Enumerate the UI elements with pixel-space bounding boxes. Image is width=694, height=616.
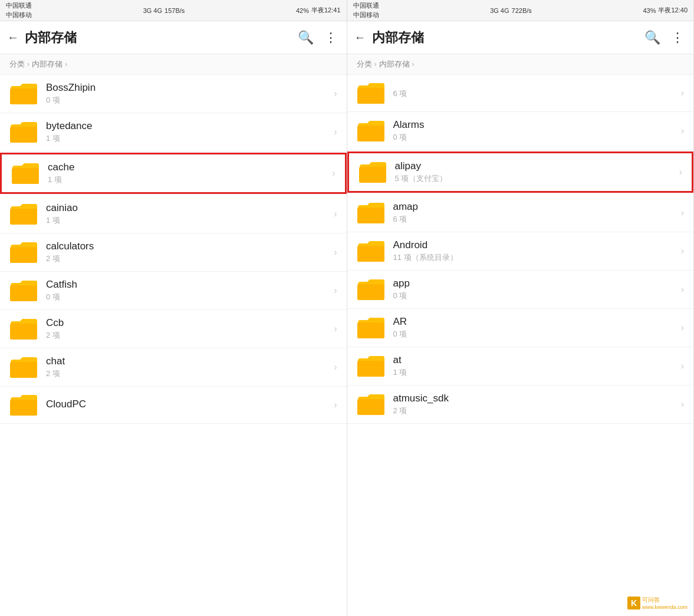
left-folder-name-cache: cache xyxy=(48,162,330,173)
left-folder-icon-bytedance xyxy=(9,121,38,143)
left-breadcrumb-cat[interactable]: 分类 xyxy=(9,59,25,70)
left-folder-bosszhipin[interactable]: BossZhipin 0 项 › xyxy=(0,75,347,113)
right-chevron-ar: › xyxy=(681,322,684,333)
right-folder-alarms[interactable]: Alarms 0 项 › xyxy=(347,112,694,150)
left-carrier-info: 中国联通 中国移动 xyxy=(6,1,32,19)
right-folder-android[interactable]: Android 11 项（系统目录） › xyxy=(347,232,694,271)
right-breadcrumb-storage[interactable]: 内部存储 xyxy=(379,59,410,70)
right-folder-app[interactable]: app 0 项 › xyxy=(347,271,694,309)
right-breadcrumb-cat[interactable]: 分类 xyxy=(357,59,372,70)
left-folder-meta-calculators: 2 项 xyxy=(46,253,331,264)
right-folder-info-android: Android 11 项（系统目录） xyxy=(393,239,679,263)
left-status-center: 3G 4G 157B/s xyxy=(143,7,185,14)
left-folder-name-chat: chat xyxy=(46,355,331,367)
right-folder-amap[interactable]: amap 6 项 › xyxy=(347,194,694,232)
right-breadcrumb: 分类 › 内部存储 › xyxy=(347,54,694,75)
right-folder-icon-alipay xyxy=(358,161,387,183)
left-folder-name-bytedance: bytedance xyxy=(46,120,331,132)
right-time: 半夜12:40 xyxy=(658,6,688,15)
right-folder-name-alarms: Alarms xyxy=(393,119,679,131)
right-folder-name-at: at xyxy=(393,354,679,366)
left-folder-name-cloudpc: CloudPC xyxy=(46,398,331,410)
left-chevron-cloudpc: › xyxy=(334,400,337,410)
left-chevron-catfish: › xyxy=(334,285,337,296)
right-chevron-amap: › xyxy=(681,207,684,218)
watermark-text: 可问答 www.kewenda.com xyxy=(642,596,688,610)
left-folder-cache[interactable]: cache 1 项 › xyxy=(0,153,347,194)
right-folder-icon-app xyxy=(357,278,385,301)
right-folder-icon-ar xyxy=(357,317,385,339)
left-folder-cainiao[interactable]: cainiao 1 项 › xyxy=(0,195,347,233)
left-folder-name-cainiao: cainiao xyxy=(46,202,331,214)
right-folder-alipay[interactable]: alipay 5 项（支付宝） › xyxy=(347,151,694,193)
left-time: 半夜12:41 xyxy=(311,6,341,15)
right-folder-ar[interactable]: AR 0 项 › xyxy=(347,309,694,347)
left-folder-icon-cache xyxy=(11,162,40,185)
left-search-icon[interactable]: 🔍 xyxy=(295,28,316,48)
right-folder-atmusic-sdk[interactable]: atmusic_sdk 2 项 › xyxy=(347,386,694,424)
left-folder-info-cainiao: cainiao 1 项 xyxy=(46,202,331,226)
right-folder-name-atmusic-sdk: atmusic_sdk xyxy=(393,393,679,404)
right-folder-info-ar: AR 0 项 xyxy=(393,316,679,340)
left-breadcrumb-storage[interactable]: 内部存储 xyxy=(32,59,63,70)
left-file-list: BossZhipin 0 项 › bytedance 1 项 › cache 1… xyxy=(0,75,347,616)
left-folder-info-catfish: Catfish 0 项 xyxy=(46,279,331,302)
left-more-icon[interactable]: ⋮ xyxy=(322,28,340,48)
right-folder-at[interactable]: at 1 项 › xyxy=(347,347,694,386)
right-folder-info-amap: amap 6 项 xyxy=(393,201,679,225)
left-folder-info-cloudpc: CloudPC xyxy=(46,398,331,411)
left-folder-catfish[interactable]: Catfish 0 项 › xyxy=(0,272,347,310)
watermark: K 可问答 www.kewenda.com xyxy=(627,596,688,610)
left-folder-icon-calculators xyxy=(9,241,38,263)
right-file-list: 6 项 › Alarms 0 项 › alipay 5 项（支付宝） › xyxy=(347,75,694,616)
right-search-icon[interactable]: 🔍 xyxy=(642,28,663,48)
left-chevron-chat: › xyxy=(334,362,337,373)
right-folder-meta-android: 11 项（系统目录） xyxy=(393,252,679,263)
left-folder-icon-cloudpc xyxy=(9,394,38,416)
right-folder-meta-atmusic-sdk: 2 项 xyxy=(393,406,679,416)
left-folder-name-bosszhipin: BossZhipin xyxy=(46,82,331,94)
left-folder-chat[interactable]: chat 2 项 › xyxy=(0,348,347,387)
right-folder-info-app: app 0 项 xyxy=(393,278,679,301)
right-folder-icon-unnamed xyxy=(357,82,385,104)
right-carrier1: 中国联通 xyxy=(353,1,379,10)
left-page-title: 内部存储 xyxy=(25,29,290,47)
right-folder-meta-ar: 0 项 xyxy=(393,329,679,340)
right-folder-name-alipay: alipay xyxy=(395,160,677,172)
right-folder-icon-alarms xyxy=(357,120,385,142)
left-folder-icon-chat xyxy=(9,356,38,378)
right-chevron-at: › xyxy=(681,361,684,371)
right-folder-icon-at xyxy=(357,355,385,377)
left-folder-info-bosszhipin: BossZhipin 0 项 xyxy=(46,82,331,106)
right-chevron-alipay: › xyxy=(679,167,682,177)
right-chevron-android: › xyxy=(681,246,684,256)
right-app-bar: ← 内部存储 🔍 ⋮ xyxy=(347,21,694,54)
left-folder-cloudpc[interactable]: CloudPC › xyxy=(0,387,347,424)
left-folder-name-ccb: Ccb xyxy=(46,317,331,329)
right-folder-meta-unnamed: 6 项 xyxy=(393,88,679,99)
right-folder-info-atmusic-sdk: atmusic_sdk 2 项 xyxy=(393,393,679,416)
left-chevron-cache: › xyxy=(332,168,335,179)
right-folder-meta-app: 0 项 xyxy=(393,291,679,301)
right-folder-unnamed[interactable]: 6 项 › xyxy=(347,75,694,112)
right-folder-info-unnamed: 6 项 xyxy=(393,87,679,99)
left-chevron-bytedance: › xyxy=(334,127,337,137)
left-back-button[interactable]: ← xyxy=(7,31,19,44)
right-folder-info-at: at 1 项 xyxy=(393,354,679,378)
left-app-bar: ← 内部存储 🔍 ⋮ xyxy=(0,21,347,54)
left-folder-ccb[interactable]: Ccb 2 项 › xyxy=(0,310,347,348)
left-folder-calculators[interactable]: calculators 2 项 › xyxy=(0,233,347,272)
right-folder-meta-alarms: 0 项 xyxy=(393,132,679,143)
left-folder-bytedance[interactable]: bytedance 1 项 › xyxy=(0,113,347,151)
left-folder-info-ccb: Ccb 2 项 xyxy=(46,317,331,341)
left-chevron-ccb: › xyxy=(334,324,337,334)
left-breadcrumb-sep1: › xyxy=(27,60,29,68)
left-speed: 157B/s xyxy=(165,7,185,14)
left-carrier1: 中国联通 xyxy=(6,1,32,10)
right-back-button[interactable]: ← xyxy=(354,31,366,44)
right-more-icon[interactable]: ⋮ xyxy=(669,28,686,48)
left-chevron-calculators: › xyxy=(334,247,337,258)
right-page-title: 内部存储 xyxy=(372,29,637,47)
left-signal: 3G 4G xyxy=(143,7,162,14)
left-folder-icon-ccb xyxy=(9,318,38,340)
